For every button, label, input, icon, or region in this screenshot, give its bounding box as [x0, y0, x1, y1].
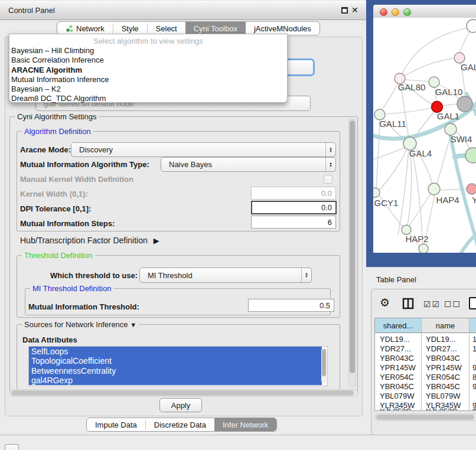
tab-cyni-toolbox[interactable]: Cyni Toolbox [185, 22, 246, 35]
dropdown-item[interactable]: Mutual Information Inference [9, 75, 287, 84]
network-node-gray [457, 96, 472, 112]
mi-threshold-field[interactable]: 0.5 [248, 299, 334, 312]
network-node-swi4 [445, 123, 457, 135]
network-node [467, 19, 476, 32]
tab-jactivemnodules[interactable]: jActiveMNodules [246, 22, 319, 35]
tab-network-label: Network [76, 24, 105, 33]
dropdown-item[interactable]: Dream8 DC_TDC Algorithm [9, 94, 287, 103]
settings-horizontal-scrollbar[interactable] [9, 389, 358, 397]
manual-kernel-checkbox[interactable] [324, 175, 332, 184]
network-window: GAL GAL80 GAL10 GAL1 GAL11 SWI4 GAL4 GCY… [373, 5, 476, 253]
table-file-icon[interactable] [469, 297, 476, 309]
aracne-mode-combo[interactable]: Discovery ▲▼ [71, 142, 336, 157]
node-label: GAL10 [435, 87, 463, 97]
bottom-divider [0, 435, 467, 435]
table-row[interactable]: YER054C [380, 373, 419, 381]
table-settings-gear-icon[interactable]: ⚙ [380, 296, 390, 309]
dropdown-item-selected[interactable]: ARACNE Algorithm [9, 66, 287, 75]
network-window-titlebar[interactable] [373, 5, 476, 19]
minimize-traffic-light-icon[interactable] [392, 8, 399, 16]
float-window-icon[interactable] [341, 7, 348, 14]
node-label: GAL1 [437, 111, 459, 121]
data-attributes-label: Data Attributes [22, 335, 77, 344]
table-row[interactable]: YBL079W [380, 392, 419, 400]
network-canvas[interactable]: GAL GAL80 GAL10 GAL1 GAL11 SWI4 GAL4 GCY… [373, 18, 476, 253]
network-node-hap2 [402, 225, 411, 234]
table-header-row: shared... name [375, 318, 476, 333]
deselect-all-unchecked-icon[interactable]: ☐☐ [444, 299, 461, 309]
combo-stepper-icon: ▲▼ [325, 143, 335, 156]
table-row[interactable]: YDL19... [380, 335, 419, 344]
table-row[interactable]: YDR27... [380, 344, 419, 353]
column-header-name[interactable]: name [422, 318, 470, 332]
aracne-mode-label: Aracne Mode: [20, 145, 71, 154]
which-threshold-value: MI Threshold [140, 271, 301, 280]
table-panel-title: Table Panel [376, 275, 416, 284]
tab-discretize-data[interactable]: Discretize Data [146, 418, 214, 431]
column-header-cut[interactable] [470, 318, 476, 332]
which-threshold-combo[interactable]: MI Threshold ▲▼ [139, 268, 312, 283]
table-row[interactable]: YPR145W [380, 363, 419, 372]
hub-definition-expander[interactable]: Hub/Transcription Factor Definition ▶ [20, 236, 159, 245]
network-node-hap4 [428, 183, 440, 195]
list-item[interactable]: gal4RGexp [29, 376, 322, 385]
threshold-definition-title: Threshold Definition [22, 251, 95, 260]
table-panel-header: Table Panel [366, 267, 476, 289]
combo-stepper-icon: ▲▼ [325, 158, 335, 171]
dpi-tolerance-field[interactable]: 0.0 [251, 201, 337, 214]
list-vertical-scrollbar[interactable] [321, 348, 327, 383]
table-horizontal-scrollbar[interactable] [374, 413, 476, 421]
tab-select[interactable]: Select [148, 22, 185, 35]
dropdown-item[interactable]: Basic Correlation Inference [9, 56, 287, 65]
mi-steps-label: Mutual Information Steps: [20, 219, 115, 228]
list-item[interactable]: BetweennessCentrality [29, 366, 322, 376]
list-item[interactable]: TopologicalCoefficient [29, 356, 322, 366]
bottom-tabbar: Impute Data Discretize Data Infer Networ… [86, 418, 277, 432]
apply-button[interactable]: Apply [159, 398, 202, 412]
sources-title[interactable]: Sources for Network Inference ▼ [22, 320, 139, 329]
table-row[interactable]: YBR045C [380, 382, 419, 391]
dropdown-item[interactable]: Bayesian – Hill Climbing [9, 46, 287, 56]
node-label: GAL80 [398, 82, 426, 92]
zoom-traffic-light-icon[interactable] [403, 8, 411, 16]
tab-style[interactable]: Style [113, 22, 147, 35]
node-label: GAL4 [409, 148, 432, 158]
data-attributes-list[interactable]: SelfLoops TopologicalCoefficient Between… [28, 346, 328, 386]
settings-vertical-scrollbar[interactable] [348, 119, 356, 387]
tab-impute-data[interactable]: Impute Data [87, 418, 145, 431]
mi-type-value: Naive Bayes [161, 160, 325, 169]
network-graph: GAL GAL80 GAL10 GAL1 GAL11 SWI4 GAL4 GCY… [373, 18, 476, 253]
which-threshold-label: Which threshold to use: [50, 271, 138, 280]
network-icon [66, 25, 73, 32]
node-label: GCY1 [374, 198, 399, 208]
node-label: HAP4 [436, 195, 459, 205]
list-item[interactable]: SelfLoops [29, 347, 322, 356]
mi-threshold-title: MI Threshold Definition [30, 284, 113, 293]
dropdown-placeholder: Select algorithm to view settings [9, 36, 287, 46]
mi-type-combo[interactable]: Naive Bayes ▲▼ [161, 157, 336, 172]
expand-right-icon: ▶ [154, 236, 159, 245]
kernel-width-field[interactable]: 0.0 [251, 187, 336, 200]
network-node-gcy1 [373, 188, 380, 197]
table-row[interactable]: YJL053C [380, 407, 419, 411]
node-label: HAP2 [405, 234, 428, 244]
mi-type-label: Mutual Information Algorithm Type: [20, 160, 149, 169]
table-panel-card: ⚙ ☑☑ ☐☐ shared... name YDL19... YDL19...… [371, 289, 476, 435]
tab-network[interactable]: Network [57, 22, 113, 35]
dropdown-item[interactable]: Bayesian – K2 [9, 84, 287, 94]
node-label: GAL11 [379, 119, 406, 129]
dpi-tolerance-label: DPI Tolerance [0,1]: [20, 204, 91, 213]
kernel-width-label: Kernel Width (0,1): [20, 190, 88, 198]
cyni-settings-title: Cyni Algorithm Settings [15, 112, 99, 121]
collapse-down-icon: ▼ [130, 321, 136, 328]
table-row[interactable]: YBR043C [380, 354, 419, 363]
tab-infer-network[interactable]: Infer Network [214, 418, 276, 431]
column-layout-icon[interactable] [402, 298, 414, 309]
close-icon[interactable]: ✕ [351, 5, 358, 15]
network-node-salmon [467, 184, 476, 194]
mi-steps-field[interactable]: 6 [251, 216, 336, 229]
column-header-shared[interactable]: shared... [375, 318, 422, 332]
minimized-panel-button[interactable] [5, 444, 19, 450]
close-traffic-light-icon[interactable] [380, 8, 387, 16]
select-all-checked-icon[interactable]: ☑☑ [423, 299, 441, 309]
